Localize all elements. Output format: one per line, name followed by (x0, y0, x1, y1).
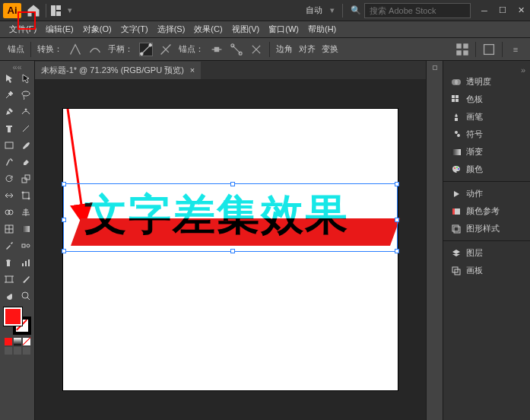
lasso-tool[interactable] (17, 87, 34, 103)
options-bar: 锚点 转换： 手柄： 锚点： 边角 对齐 变换 ≡ (0, 38, 530, 61)
paintbrush-tool[interactable] (17, 137, 34, 154)
svg-point-42 (456, 167, 458, 168)
arrange-documents-icon[interactable]: ▾ (51, 3, 72, 18)
svg-rect-8 (456, 43, 461, 48)
chevron-down-icon[interactable]: ▾ (330, 5, 335, 15)
direct-selection-tool[interactable] (17, 70, 34, 87)
panel-swatches[interactable]: 色板 (443, 91, 530, 108)
draw-inside[interactable] (23, 347, 30, 355)
line-tool[interactable] (17, 120, 34, 137)
zoom-tool[interactable] (17, 288, 34, 304)
panel-color-guide[interactable]: 颜色参考 (443, 202, 530, 220)
artboard[interactable]: 文字差集效果 (63, 109, 398, 390)
panel-graphic-styles[interactable]: 图形样式 (443, 220, 530, 237)
curvature-tool[interactable] (17, 103, 34, 120)
grid-icon[interactable] (455, 43, 469, 56)
svg-rect-24 (22, 226, 30, 232)
remove-anchor-icon[interactable] (210, 43, 224, 56)
column-graph-tool[interactable] (17, 254, 34, 271)
free-transform-tool[interactable] (17, 187, 34, 204)
menu-view[interactable]: 视图(V) (227, 22, 265, 37)
svg-rect-18 (23, 192, 29, 199)
minimize-button[interactable]: ─ (478, 5, 490, 17)
document-tab[interactable]: 未标题-1* @ 71.23% (RGB/GPU 预览) × (35, 62, 201, 79)
menu-icon[interactable]: ≡ (509, 43, 522, 56)
search-input[interactable] (364, 3, 471, 18)
slice-tool[interactable] (17, 271, 34, 288)
artboard-tool[interactable] (1, 271, 17, 288)
eyedropper-tool[interactable] (1, 237, 17, 254)
draw-behind[interactable] (14, 347, 21, 355)
home-icon[interactable] (26, 3, 41, 18)
artwork-group[interactable]: 文字差集效果 (71, 191, 390, 246)
title-bar: Ai ▾ 自动 ▾ 🔍 ─ ☐ ✕ (0, 0, 530, 21)
panel-actions[interactable]: 动作 (443, 185, 530, 202)
panel-layers[interactable]: 图层 (443, 244, 530, 262)
magic-wand-tool[interactable] (1, 87, 17, 103)
panel-strip-toggle[interactable] (433, 65, 437, 70)
connect-anchor-icon[interactable] (230, 43, 243, 56)
svg-rect-38 (452, 99, 455, 102)
hide-handles-icon[interactable] (159, 43, 173, 56)
maximize-button[interactable]: ☐ (497, 5, 509, 17)
menu-type[interactable]: 文字(T) (116, 22, 153, 37)
close-tab-icon[interactable]: × (190, 65, 195, 75)
symbol-sprayer-tool[interactable] (1, 254, 17, 271)
selection-tool[interactable] (1, 70, 17, 87)
svg-rect-15 (5, 142, 13, 148)
panel-brushes[interactable]: 画笔 (443, 108, 530, 126)
panel-artboards[interactable]: 画板 (443, 262, 530, 279)
corners-label[interactable]: 边角 (276, 43, 293, 55)
fill-stroke-swatch[interactable] (4, 307, 31, 335)
svg-rect-45 (452, 208, 455, 215)
eraser-tool[interactable] (17, 154, 34, 170)
svg-rect-0 (51, 5, 56, 16)
rotate-tool[interactable] (1, 170, 17, 187)
rectangle-tool[interactable] (1, 137, 17, 154)
close-button[interactable]: ✕ (515, 5, 527, 17)
color-mode-gradient[interactable] (14, 338, 21, 345)
color-mode-solid[interactable] (5, 338, 12, 345)
convert-smooth-icon[interactable] (88, 43, 102, 56)
transform-label[interactable]: 变换 (322, 43, 338, 55)
mesh-tool[interactable] (1, 221, 17, 237)
menu-object[interactable]: 对象(O) (78, 22, 116, 37)
type-tool[interactable] (1, 120, 17, 137)
doc-setup-icon[interactable] (482, 43, 496, 56)
perspective-grid-tool[interactable] (17, 204, 34, 221)
pen-tool[interactable] (1, 103, 17, 120)
workspace-label[interactable]: 自动 (306, 5, 322, 16)
shape-builder-tool[interactable] (1, 204, 17, 221)
width-tool[interactable] (1, 187, 17, 204)
panel-color[interactable]: 颜色 (443, 161, 530, 178)
artwork-text[interactable]: 文字差集效果 (84, 186, 349, 244)
shaper-tool[interactable] (1, 154, 17, 170)
show-handles-icon[interactable] (139, 43, 153, 56)
gradient-tool[interactable] (17, 221, 34, 237)
color-mode-none[interactable] (23, 338, 30, 345)
menu-file[interactable]: 文件(F) (5, 22, 41, 37)
fill-color[interactable] (4, 307, 22, 326)
menu-select[interactable]: 选择(S) (153, 22, 190, 37)
hand-tool[interactable] (1, 288, 17, 304)
right-panel-dock: » 透明度 色板 画笔 符号 渐变 颜色 动作 颜色参考 图形样式 图层 画板 (443, 61, 530, 420)
svg-rect-31 (6, 276, 12, 282)
canvas[interactable]: 文字差集效果 (35, 79, 426, 420)
panel-symbols[interactable]: 符号 (443, 126, 530, 143)
cut-path-icon[interactable] (249, 43, 263, 56)
menu-effect[interactable]: 效果(C) (189, 22, 227, 37)
collapse-panels-icon[interactable]: » (443, 65, 530, 73)
svg-point-43 (458, 168, 459, 170)
align-label[interactable]: 对齐 (299, 43, 316, 55)
menu-edit[interactable]: 编辑(E) (41, 22, 78, 37)
convert-corner-icon[interactable] (68, 43, 82, 56)
scale-tool[interactable] (17, 170, 34, 187)
panel-transparency[interactable]: 透明度 (443, 73, 530, 91)
svg-rect-39 (455, 99, 459, 102)
blend-tool[interactable] (17, 237, 34, 254)
menu-help[interactable]: 帮助(H) (303, 22, 341, 37)
panel-gradient[interactable]: 渐变 (443, 143, 530, 161)
draw-normal[interactable] (5, 347, 12, 355)
menu-window[interactable]: 窗口(W) (264, 22, 303, 37)
svg-point-7 (239, 52, 242, 55)
